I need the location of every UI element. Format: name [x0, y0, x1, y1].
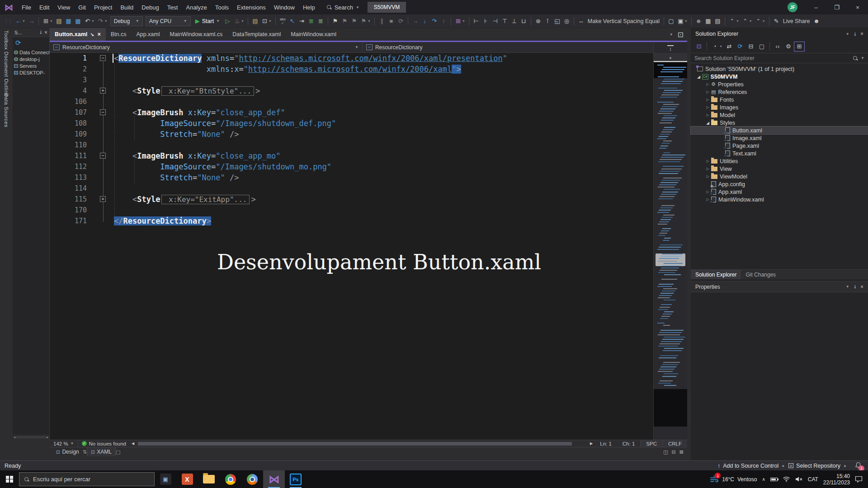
- weather-widget[interactable]: 1 16°C Ventoso: [710, 476, 757, 483]
- volume-muted-icon[interactable]: [795, 476, 803, 482]
- restore-button[interactable]: ❐: [826, 0, 847, 14]
- tab-mainwindow-xaml-cs[interactable]: MainWindow.xaml.cs: [165, 28, 228, 41]
- refresh-icon[interactable]: ⟳: [13, 37, 49, 49]
- code-line[interactable]: 1−<ResourceDictionary xmlns="http://sche…: [50, 53, 687, 64]
- switch-views-icon[interactable]: ⇄: [724, 42, 735, 52]
- pin-icon[interactable]: ⊸: [90, 31, 96, 38]
- menu-help[interactable]: Help: [299, 0, 319, 14]
- quote-style-1-icon[interactable]: ": [727, 16, 737, 26]
- zoom-dropdown[interactable]: 142 % ▼: [50, 440, 78, 447]
- code-line[interactable]: 112 ImageSource="/Images/shutdown_mo.png…: [50, 161, 687, 172]
- table-icon[interactable]: ▤: [713, 16, 722, 26]
- tree-item-references[interactable]: ▷▤References: [691, 88, 868, 96]
- tree-item-properties[interactable]: ▷⚙Properties: [691, 80, 868, 88]
- code-line[interactable]: 114: [50, 183, 687, 194]
- uncomment-lines-icon[interactable]: ≣: [316, 16, 326, 26]
- chevron-down-icon[interactable]: ▼: [846, 32, 849, 36]
- code-line[interactable]: 115+ <Style x:Key="ExitApp"...>: [50, 194, 687, 205]
- tree-item-utilities[interactable]: ▷Utilities: [691, 157, 868, 165]
- taskbar-app-1-icon[interactable]: ▣: [155, 470, 176, 488]
- menu-git[interactable]: Git: [74, 0, 90, 14]
- server-explorer-item[interactable]: Servers: [13, 62, 49, 69]
- tab-mainwindow-xaml[interactable]: MainWindow.xaml: [286, 28, 341, 41]
- chevron-expanded-icon[interactable]: ◢: [704, 121, 711, 125]
- align-lefts-icon[interactable]: ⊢: [472, 16, 481, 26]
- chrome-icon[interactable]: [220, 470, 241, 488]
- expand-pane-icon[interactable]: ⊠: [679, 449, 684, 455]
- menu-extensions[interactable]: Extensions: [233, 0, 270, 14]
- panel-tab-solution-explorer[interactable]: Solution Explorer: [691, 270, 741, 279]
- hidden-icons-chevron[interactable]: ∧: [762, 477, 765, 482]
- tree-item-viewmodel[interactable]: ▷ViewModel: [691, 173, 868, 180]
- code-editor[interactable]: Desenvolupament Button.xaml 1−<ResourceD…: [50, 53, 687, 440]
- sync-with-active-document-icon[interactable]: ⊞: [794, 42, 805, 52]
- live-share-icon[interactable]: ✎: [772, 16, 781, 26]
- menu-file[interactable]: File: [18, 0, 35, 14]
- pause-icon[interactable]: ∥: [377, 16, 387, 26]
- tab-button-xaml[interactable]: Button.xaml⊸×: [50, 28, 106, 41]
- visual-studio-icon[interactable]: ⋈: [263, 470, 285, 488]
- align-tops-icon[interactable]: ⊤: [500, 16, 509, 26]
- close-icon[interactable]: ×: [98, 31, 101, 38]
- start-button[interactable]: [0, 470, 19, 488]
- step-out-icon[interactable]: ↷: [429, 16, 439, 26]
- spacing-icon[interactable]: ↔: [576, 16, 586, 26]
- code-line[interactable]: 106: [50, 96, 687, 107]
- hscroll-left-icon[interactable]: ◀: [130, 441, 136, 446]
- code-line[interactable]: 109 Stretch="None" />: [50, 129, 687, 140]
- tree-item-view[interactable]: ▷View: [691, 165, 868, 173]
- tab-btn-cs[interactable]: Btn.cs: [106, 28, 132, 41]
- show-all-files-icon[interactable]: ▢: [756, 42, 767, 52]
- restart-icon[interactable]: ⟳: [396, 16, 406, 26]
- share-person-icon[interactable]: ☻: [811, 16, 821, 26]
- code-line[interactable]: 171</ResourceDictionary>: [50, 216, 687, 226]
- save-icon[interactable]: ▦: [64, 16, 73, 26]
- align-centers-icon[interactable]: ⊦: [481, 16, 491, 26]
- start-debugging-button[interactable]: ▶Start▼: [195, 18, 220, 24]
- step-over-icon[interactable]: →: [410, 16, 420, 26]
- home-icon[interactable]: ⊡: [693, 42, 704, 52]
- new-project-icon[interactable]: ⊞: [41, 16, 51, 26]
- menu-tools[interactable]: Tools: [211, 0, 233, 14]
- prev-bookmark-icon[interactable]: ⚑: [340, 16, 349, 26]
- code-line[interactable]: 2 xmlns:x="http://schemas.microsoft.com/…: [50, 64, 687, 75]
- solution-platforms-dropdown[interactable]: Any CPU▼: [146, 16, 191, 26]
- quote-style-2-icon[interactable]: ": [741, 16, 750, 26]
- menu-window[interactable]: Window: [270, 0, 299, 14]
- sql-grid-icon[interactable]: ▦: [703, 16, 713, 26]
- chevron-collapsed-icon[interactable]: ▷: [704, 98, 711, 102]
- collapse-all-icon[interactable]: ⊟: [745, 42, 756, 52]
- server-explorer-item[interactable]: DESKTOP-: [13, 69, 49, 76]
- chevron-collapsed-icon[interactable]: ▷: [704, 167, 711, 171]
- panel-splitter[interactable]: [687, 28, 691, 460]
- horizontal-split-icon[interactable]: ⊟: [672, 449, 676, 455]
- tab-xaml[interactable]: ⊡ XAML: [87, 447, 116, 456]
- pop-out-icon[interactable]: ▢: [116, 449, 120, 455]
- tree-item-images[interactable]: ▷Images: [691, 103, 868, 111]
- chevron-down-icon[interactable]: ▼: [846, 285, 849, 289]
- vertical-tab-toolbox[interactable]: Toolbox: [4, 30, 9, 50]
- breadcrumb-member-dropdown[interactable]: ‹› ResourceDictionary: [362, 42, 687, 52]
- panel-tab-git-changes[interactable]: Git Changes: [741, 270, 780, 279]
- code-line[interactable]: 111− <ImageBrush x:Key="close_app_mo": [50, 150, 687, 161]
- tree-item-page-xaml[interactable]: Page.xaml: [691, 142, 868, 150]
- menu-build[interactable]: Build: [116, 0, 137, 14]
- tree-item-button-xaml[interactable]: Button.xaml: [691, 127, 868, 134]
- pending-changes-filter-icon[interactable]: ◔: [709, 42, 720, 52]
- close-icon[interactable]: ×: [860, 31, 863, 37]
- code-line[interactable]: 113 Stretch="None" />: [50, 172, 687, 183]
- chevron-collapsed-icon[interactable]: ▷: [704, 105, 711, 109]
- tree-item-text-xaml[interactable]: Text.xaml: [691, 150, 868, 157]
- vertical-split-icon[interactable]: ◫: [663, 449, 668, 455]
- redo-icon[interactable]: ↷: [96, 16, 105, 26]
- clear-bookmarks-icon[interactable]: ⚑: [359, 16, 368, 26]
- chevron-collapsed-icon[interactable]: ▷: [704, 159, 711, 163]
- tab-datatemplate-xaml[interactable]: DataTemplate.xaml: [227, 28, 286, 41]
- battery-icon[interactable]: [770, 478, 778, 481]
- server-explorer-item[interactable]: Data Connect: [13, 49, 49, 56]
- fit-selection-icon[interactable]: ◱: [552, 16, 562, 26]
- split-window-icon[interactable]: ↕: [654, 42, 687, 54]
- properties-icon[interactable]: ⚙: [783, 42, 794, 52]
- align-bottoms-icon[interactable]: ⊔: [519, 16, 528, 26]
- same-width-icon[interactable]: ⊺: [543, 16, 552, 26]
